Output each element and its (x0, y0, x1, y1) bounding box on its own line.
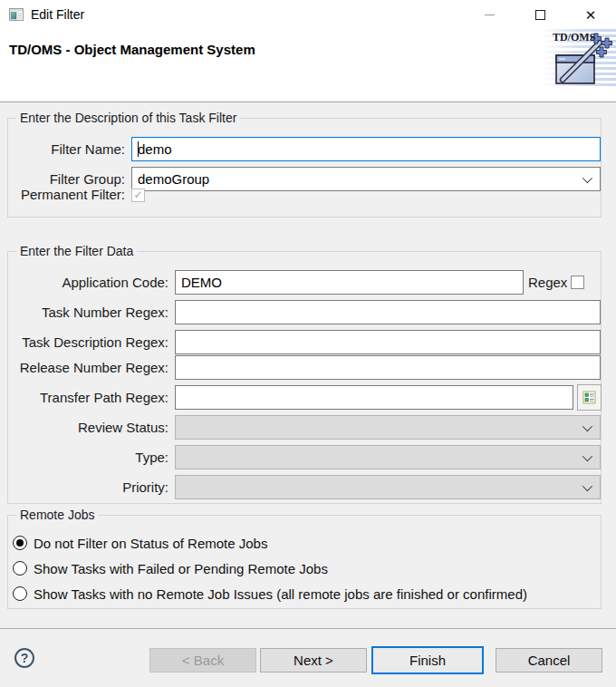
filter-data-group-title: Enter the Filter Data (16, 244, 137, 258)
application-code-input[interactable] (175, 270, 524, 295)
maximize-button[interactable] (515, 0, 565, 29)
task-number-regex-input[interactable] (175, 300, 601, 324)
remote-jobs-group-title: Remote Jobs (16, 508, 98, 522)
list-select-icon (582, 391, 597, 405)
radio-icon[interactable] (13, 586, 27, 601)
filter-group-value: demoGroup (138, 171, 209, 187)
remote-jobs-option-failed-pending[interactable]: Show Tasks with Failed or Pending Remote… (13, 560, 328, 576)
filter-name-label: Filter Name: (7, 137, 125, 161)
permanent-filter-label: Permanent Filter: (7, 187, 125, 202)
check-icon: ✓ (133, 189, 142, 201)
cancel-button[interactable]: Cancel (496, 648, 602, 672)
close-button[interactable]: ✕ (565, 0, 616, 29)
button-bar: ? < Back Next > Finish Cancel (0, 628, 616, 687)
app-window-icon (9, 8, 24, 21)
radio-label: Do not Filter on Status of Remote Jobs (34, 536, 267, 551)
radio-label: Show Tasks with no Remote Job Issues (al… (34, 586, 527, 602)
priority-label: Priority: (7, 475, 168, 499)
type-label: Type: (7, 445, 168, 469)
wizard-header: TD/OMS - Object Management System (0, 29, 616, 102)
task-number-regex-label: Task Number Regex: (7, 300, 168, 324)
review-status-combo[interactable] (175, 415, 601, 440)
chevron-down-icon (582, 421, 592, 431)
page-title: TD/OMS - Object Management System (9, 42, 255, 57)
radio-icon[interactable] (13, 561, 27, 576)
release-number-regex-label: Release Number Regex: (7, 355, 168, 380)
filter-group-combo[interactable]: demoGroup (131, 167, 601, 191)
next-button[interactable]: Next > (260, 648, 367, 672)
application-code-label: Application Code: (7, 270, 168, 295)
close-icon: ✕ (585, 8, 597, 22)
window-title: Edit Filter (31, 7, 84, 22)
chevron-down-icon (582, 480, 592, 490)
title-bar: Edit Filter ✕ (0, 0, 616, 29)
text-caret (138, 141, 139, 157)
regex-label: Regex (528, 270, 568, 295)
back-button[interactable]: < Back (149, 648, 256, 672)
review-status-label: Review Status: (7, 415, 168, 440)
type-combo[interactable] (175, 445, 601, 469)
help-icon: ? (21, 651, 29, 665)
radio-icon[interactable] (13, 536, 27, 550)
task-description-regex-input[interactable] (175, 330, 601, 354)
filter-name-input[interactable] (131, 137, 601, 161)
transfer-path-regex-input[interactable] (175, 385, 573, 410)
release-number-regex-input[interactable] (175, 355, 601, 380)
minimize-icon (485, 15, 495, 15)
permanent-filter-checkbox[interactable]: ✓ (131, 189, 145, 202)
priority-combo[interactable] (175, 475, 601, 499)
transfer-path-regex-label: Transfer Path Regex: (7, 385, 168, 410)
task-description-regex-label: Task Description Regex: (7, 330, 168, 354)
chevron-down-icon (582, 172, 592, 182)
transfer-path-browse-button[interactable] (577, 384, 602, 411)
radio-label: Show Tasks with Failed or Pending Remote… (34, 561, 328, 576)
tdoms-logo: TD/OMS (542, 29, 616, 89)
chevron-down-icon (582, 450, 592, 460)
regex-checkbox[interactable] (571, 276, 584, 289)
finish-button[interactable]: Finish (371, 646, 484, 674)
minimize-button[interactable] (464, 0, 515, 29)
help-button[interactable]: ? (14, 648, 34, 668)
logo-text: TD/OMS (553, 31, 595, 44)
remote-jobs-option-no-issues[interactable]: Show Tasks with no Remote Job Issues (al… (13, 585, 527, 602)
remote-jobs-option-no-filter[interactable]: Do not Filter on Status of Remote Jobs (13, 535, 267, 551)
maximize-icon (535, 10, 545, 20)
edit-filter-dialog: Edit Filter ✕ TD/OMS - Object Management… (0, 0, 616, 687)
description-group-title: Enter the Description of this Task Filte… (16, 111, 240, 125)
